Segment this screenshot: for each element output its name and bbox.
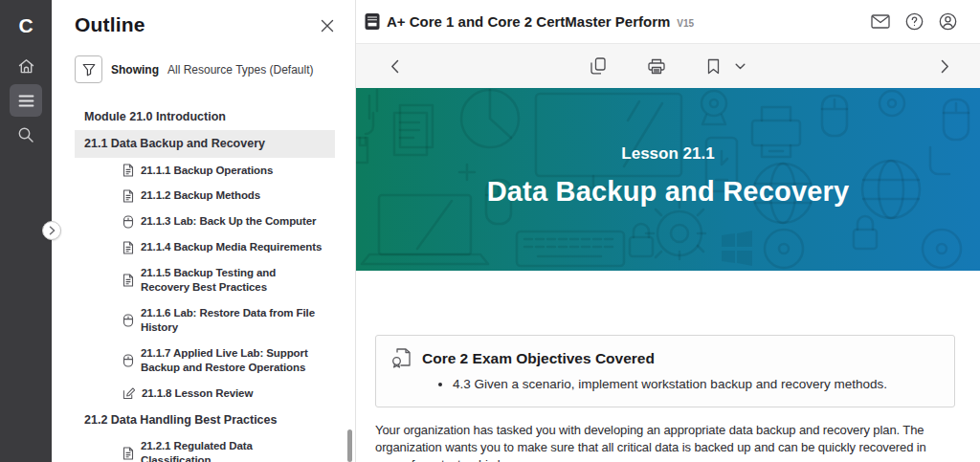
objective-item: 4.3 Given a scenario, implement workstat… [453,376,939,394]
panel-collapse-button[interactable] [42,221,61,240]
objectives-list: 4.3 Given a scenario, implement workstat… [391,376,939,394]
copy-icon [590,57,606,75]
left-rail: C [0,0,52,462]
document-icon [122,189,134,203]
outline-toggle-button[interactable] [10,84,42,117]
main-area: A+ Core 1 and Core 2 CertMaster Perform … [356,0,980,462]
lesson-toolbar [356,44,980,88]
chevron-down-icon [735,63,746,70]
copy-button[interactable] [589,55,608,77]
course-header: A+ Core 1 and Core 2 CertMaster Perform … [356,0,980,44]
print-icon [648,58,665,75]
app: C [0,0,980,462]
expand-chevron-icon [49,226,56,235]
filter-value: All Resource Types (Default) [167,63,314,77]
help-icon [905,12,924,31]
lab-mouse-icon [122,354,134,367]
filter-button[interactable] [75,55,102,83]
document-icon [122,241,134,254]
funnel-icon [82,63,96,77]
help-button[interactable] [903,11,925,33]
resource-filter-row: Showing All Resource Types (Default) [75,55,355,83]
outline-item-21-1-6[interactable]: 21.1.6 Lab: Restore Data from File Histo… [75,300,335,341]
next-page-button[interactable] [939,57,951,76]
search-button[interactable] [10,121,42,149]
bookmark-icon [707,58,720,75]
outline-item-21-1-2[interactable]: 21.1.2 Backup Methods [75,183,335,209]
outline-item-21-2[interactable]: 21.2 Data Handling Best Practices [75,407,335,433]
outline-item-21-1-1[interactable]: 21.1.1 Backup Operations [75,158,335,184]
outline-item-21-1-5[interactable]: 21.1.5 Backup Testing and Recovery Best … [75,260,335,300]
search-icon [17,126,34,143]
review-pencil-icon [122,386,135,400]
outline-list: Module 21.0 Introduction 21.1 Data Backu… [75,103,335,462]
outline-item-module-21-0[interactable]: Module 21.0 Introduction [75,103,335,130]
home-icon [17,57,35,76]
mail-icon [871,14,890,29]
outline-item-21-1-4[interactable]: 21.1.4 Backup Media Requirements [75,234,335,260]
outline-item-21-2-1[interactable]: 21.2.1 Regulated Data Classification [75,433,335,462]
account-icon [939,12,957,31]
outline-item-21-1-3[interactable]: 21.1.3 Lab: Back Up the Computer [75,209,335,234]
outline-scrollbar-thumb[interactable] [347,429,352,462]
objectives-heading: Core 2 Exam Objectives Covered [422,350,655,367]
lab-mouse-icon [122,314,134,327]
outline-item-21-1-8[interactable]: 21.1.8 Lesson Review [75,381,335,407]
certificate-icon [391,347,412,369]
document-icon [122,447,134,460]
lesson-number: Lesson 21.1 [621,144,714,164]
filter-showing-label: Showing [111,63,159,77]
outline-item-21-1-7[interactable]: 21.1.7 Applied Live Lab: Support Backup … [75,341,335,381]
lesson-hero-banner: Lesson 21.1 Data Backup and Recovery [356,88,980,271]
close-icon [321,19,334,33]
outline-title: Outline [75,13,145,36]
outline-panel: Outline Showing All Resource Types (Defa… [52,0,356,462]
outline-menu-icon [18,95,34,107]
chevron-right-icon [941,59,949,74]
lesson-content: Core 2 Exam Objectives Covered 4.3 Given… [356,271,980,462]
outline-close-button[interactable] [317,15,338,36]
lab-mouse-icon [122,215,134,229]
document-icon [122,164,134,177]
account-button[interactable] [937,11,959,33]
exam-objectives-box: Core 2 Exam Objectives Covered 4.3 Given… [375,335,955,407]
print-button[interactable] [646,56,667,77]
bookmark-menu-button[interactable] [733,61,747,72]
scenario-paragraph: Your organization has tasked you with de… [375,422,938,462]
course-title: A+ Core 1 and Core 2 CertMaster Perform [387,13,670,30]
course-version: V15 [677,18,694,29]
ereader-book-icon [365,12,380,31]
document-icon [122,274,134,287]
outline-item-21-1[interactable]: 21.1 Data Backup and Recovery [75,130,335,157]
home-button[interactable] [10,52,42,80]
lesson-title: Data Backup and Recovery [487,176,850,208]
chevron-left-icon [390,59,399,74]
messages-button[interactable] [869,12,892,31]
comptia-logo: C [18,10,33,42]
bookmark-button[interactable] [705,56,722,77]
previous-page-button[interactable] [389,57,401,76]
